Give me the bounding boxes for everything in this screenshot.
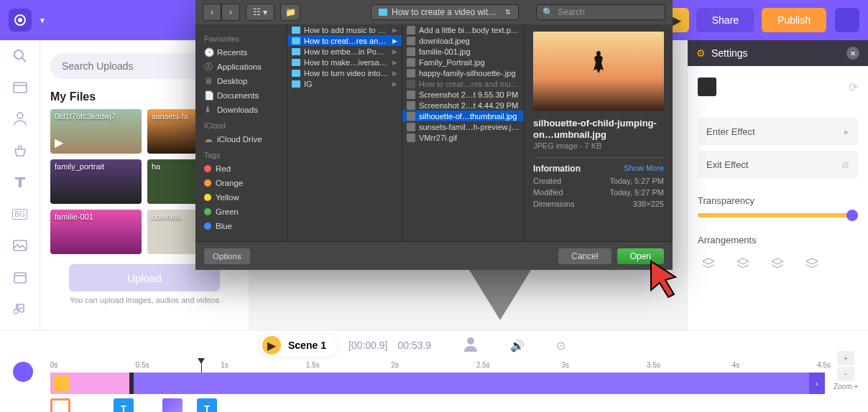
finder-row[interactable]: happy-family-silhouette-.jpg (402, 67, 524, 78)
publish-button[interactable]: Publish (762, 8, 826, 32)
finder-row[interactable]: How to creat…res and music▶ (287, 35, 402, 46)
scene-play-icon[interactable]: ▶ (262, 336, 281, 355)
calendar-icon[interactable] (11, 268, 29, 286)
finder-row[interactable]: Screenshot 2…t 4.44.29 PM (402, 100, 524, 111)
timeline-text-clip[interactable]: T (114, 398, 134, 412)
preview-meta: JPEG image - 7 KB (533, 141, 664, 150)
sidebar-item-icloud[interactable]: ☁iCloud Drive (200, 132, 282, 146)
cancel-button[interactable]: Cancel (558, 248, 611, 264)
text-icon[interactable] (11, 174, 29, 191)
arrange-front-icon[interactable] (698, 253, 719, 274)
upload-thumb[interactable]: familie-001 (50, 210, 142, 254)
finder-row[interactable]: How to make…iversary video▶ (287, 57, 402, 67)
audio-track-icon[interactable]: 🔊 (510, 339, 525, 352)
nav-back-button[interactable]: ‹ (203, 4, 221, 21)
audio-icon[interactable] (11, 300, 29, 317)
finder-row[interactable]: How to turn video into gif▶ (287, 67, 402, 78)
image-icon[interactable] (11, 237, 29, 254)
share-button[interactable]: Share (696, 8, 754, 32)
enter-effect[interactable]: Enter Effect▸ (698, 118, 858, 145)
open-button[interactable]: Open (617, 248, 664, 264)
transparency-slider[interactable] (698, 213, 858, 217)
svg-line-3 (22, 58, 26, 62)
sidebar-tag[interactable]: Yellow (200, 190, 282, 205)
upload-hint: You can upload images, audios and videos (50, 296, 239, 304)
finder-row[interactable]: download.jpeg (402, 35, 524, 46)
folder-up-button[interactable]: 📁 (280, 4, 300, 21)
finder-row[interactable]: Screenshot 2…t 9.55.30 PM (402, 89, 524, 100)
effect-none-icon: ⊘ (841, 159, 849, 170)
finder-row[interactable]: familie-001.jpg (402, 46, 524, 57)
svg-rect-8 (14, 273, 26, 283)
logo-menu-chevron[interactable]: ▼ (39, 17, 46, 24)
app-logo[interactable] (9, 9, 32, 32)
sidebar-tag[interactable]: Green (200, 205, 282, 219)
svg-point-2 (14, 50, 23, 59)
finder-row[interactable]: silhouette-of…thumbnail.jpg (402, 111, 524, 121)
slider-thumb[interactable] (846, 210, 858, 221)
timeline-ruler[interactable]: 0s 0.5s 1s 1.5s 2s 2.5s 3s 3.5s 4s 4.5s (50, 360, 825, 373)
background-icon[interactable]: BG (11, 205, 29, 223)
timeline-clip[interactable] (162, 398, 183, 412)
user-avatar[interactable] (835, 8, 859, 32)
sidebar-tag[interactable]: Red (200, 161, 282, 176)
person-icon[interactable] (11, 111, 29, 128)
color-swatch[interactable] (698, 78, 716, 96)
scene-time-current: [00:00.9] (348, 340, 388, 351)
sidebar-tag[interactable]: Blue (200, 219, 282, 233)
arrange-forward-icon[interactable] (732, 253, 754, 274)
finder-row[interactable]: Family_Portrait.jpg (402, 57, 524, 67)
scene-pill[interactable]: ▶ Scene 1 (259, 333, 338, 357)
track-collapse-icon[interactable]: ‹ (809, 373, 825, 394)
zoom-out-button[interactable]: − (837, 367, 854, 381)
settings-title: Settings (711, 47, 748, 59)
upload-thumb[interactable]: 0ld1f7ofc3kodwj7▶ (50, 109, 142, 154)
finder-column-1: How to add music to a video▶How to creat… (287, 24, 402, 241)
svg-point-13 (467, 337, 474, 345)
props-icon[interactable] (11, 142, 29, 159)
sidebar-tag[interactable]: Orange (200, 176, 282, 190)
track-avatar-icon[interactable] (13, 362, 33, 382)
nav-forward-button[interactable]: › (221, 4, 240, 21)
finder-row[interactable]: How to creat…res and music (402, 78, 524, 89)
finder-search-input[interactable]: 🔍 Search (536, 4, 665, 20)
arrange-backward-icon[interactable] (767, 253, 788, 274)
timeline-clip[interactable] (50, 398, 70, 412)
arrange-back-icon[interactable] (801, 253, 823, 274)
preview-image (533, 32, 664, 111)
path-dropdown[interactable]: How to create a video wit… ⇅ (371, 4, 519, 20)
sidebar-item-recents[interactable]: 🕑Recents (200, 45, 282, 60)
upload-thumb[interactable]: family_portrait (50, 159, 142, 204)
finder-row[interactable]: How to embe…in Powerpoint▶ (287, 46, 402, 57)
zoom-in-button[interactable]: + (837, 351, 854, 365)
sidebar-item-documents[interactable]: 📄Documents (200, 88, 282, 103)
finder-row[interactable]: Add a little bi…body text.png (402, 24, 524, 35)
show-more-link[interactable]: Show More (624, 164, 664, 174)
zoom-label: Zoom + (834, 383, 858, 390)
sidebar-section: Tags (204, 151, 282, 159)
refresh-icon[interactable]: ⟳ (849, 80, 858, 94)
camera-icon[interactable]: ⊙ (556, 339, 565, 352)
sidebar-item-applications[interactable]: ⒶApplications (200, 60, 282, 74)
info-row: Dimensions338×225 (533, 200, 664, 208)
close-icon[interactable]: ✕ (846, 47, 859, 60)
finder-row[interactable]: sunsets-famil…h-preview.jpg (402, 121, 524, 132)
finder-sidebar: Favourites 🕑Recents ⒶApplications 🖥Deskt… (195, 24, 287, 241)
info-heading: Information (533, 164, 581, 174)
timeline-track[interactable]: ‹ (50, 373, 825, 394)
sidebar-item-downloads[interactable]: ⬇Downloads (200, 103, 282, 117)
timeline: ▶ Scene 1 [00:00.9] 00:53.9 🔊 ⊙ 0s 0.5s … (0, 330, 868, 412)
finder-row[interactable]: How to add music to a video▶ (287, 24, 402, 35)
finder-row[interactable]: VMrr27i.gif (402, 132, 524, 143)
exit-effect[interactable]: Exit Effect⊘ (698, 151, 858, 178)
options-button[interactable]: Options (204, 248, 250, 264)
video-icon[interactable] (11, 79, 29, 96)
timeline-text-clip[interactable]: T (197, 398, 217, 412)
finder-row[interactable]: IG▶ (287, 78, 402, 89)
search-icon[interactable] (11, 47, 29, 65)
character-icon[interactable] (463, 336, 479, 355)
view-mode-button[interactable]: ☷ ▾ (246, 4, 274, 21)
playhead[interactable] (201, 360, 202, 373)
sidebar-item-desktop[interactable]: 🖥Desktop (200, 74, 282, 88)
svg-point-6 (17, 113, 23, 118)
